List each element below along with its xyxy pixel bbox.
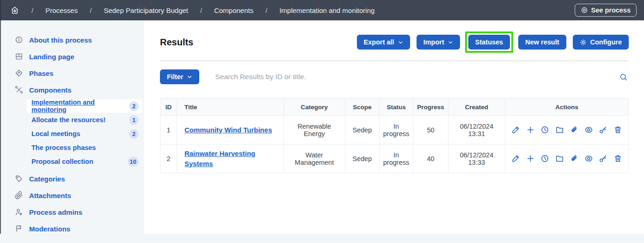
sidebar-item-process-admins[interactable]: Process admins	[1, 204, 144, 220]
filter-button[interactable]: Filter	[160, 69, 199, 84]
sidebar-item-label: Process admins	[29, 208, 82, 216]
new-result-label: New result	[525, 38, 559, 46]
sidebar-item-categories[interactable]: Categories	[1, 170, 144, 187]
sidebar-item-moderations[interactable]: Moderations	[1, 220, 144, 237]
header-title: Title	[177, 99, 283, 116]
statuses-label: Statuses	[475, 38, 503, 46]
sidebar-item-label: Moderations	[29, 225, 70, 233]
filter-label: Filter	[167, 73, 183, 81]
sidebar-item-label: Landing page	[29, 53, 74, 61]
sidebar-component-local-meetings[interactable]: Local meetings 2	[27, 127, 142, 141]
permissions-key-icon[interactable]	[599, 125, 607, 134]
statuses-highlight: Statuses	[465, 31, 513, 53]
count-badge: 2	[129, 101, 139, 111]
table-row: 1 Community Wind Turbines Renewable Ener…	[160, 116, 629, 144]
cell-scope: Sedep	[345, 116, 380, 144]
delete-icon[interactable]	[613, 125, 622, 134]
attachment-icon[interactable]	[570, 125, 578, 134]
sidebar-component-process-phases[interactable]: The process phases	[27, 141, 142, 155]
export-all-label: Export all	[364, 38, 394, 46]
component-label: The process phases	[31, 144, 96, 151]
new-result-button[interactable]: New result	[518, 35, 566, 50]
export-all-button[interactable]: Export all	[357, 35, 410, 50]
preview-circle-icon	[581, 6, 588, 14]
paperclip-icon	[15, 191, 23, 199]
sidebar-component-implementation[interactable]: Implementation and monitoring 2	[27, 99, 142, 113]
header-progress: Progress	[413, 99, 448, 116]
search-icon[interactable]	[618, 72, 629, 82]
cell-status: In progress	[379, 116, 413, 144]
result-title-link[interactable]: Community Wind Turbines	[184, 126, 272, 134]
breadcrumb-process-name[interactable]: Sedep Participatory Budget	[104, 6, 188, 14]
page-title: Results	[160, 37, 193, 48]
sidebar-item-about[interactable]: About this process	[1, 31, 144, 48]
info-icon	[15, 36, 23, 44]
search-input[interactable]	[215, 73, 618, 81]
toolbar: Export all Import Statuses	[357, 31, 629, 53]
sidebar-item-phases[interactable]: Phases	[1, 65, 144, 81]
sidebar: About this process Landing page Phases	[0, 20, 144, 234]
chevron-down-icon	[398, 40, 403, 45]
folder-icon[interactable]	[555, 125, 564, 134]
breadcrumb-current-component[interactable]: Implementation and monitoring	[279, 6, 374, 14]
result-title-link[interactable]: Rainwater Harvesting Systems	[184, 150, 255, 168]
statuses-button[interactable]: Statuses	[468, 35, 510, 50]
history-icon[interactable]	[540, 154, 549, 163]
attachment-icon[interactable]	[570, 154, 578, 163]
sidebar-item-label: Phases	[29, 69, 54, 77]
preview-icon[interactable]	[584, 154, 593, 163]
count-badge: 1	[129, 115, 139, 125]
flag-icon	[15, 224, 23, 233]
component-label: Local meetings	[31, 130, 80, 137]
header-divider	[160, 61, 629, 61]
cell-category: Water Management	[283, 144, 345, 173]
cell-created: 06/12/2024 13:31	[448, 116, 505, 144]
count-badge: 2	[129, 129, 139, 139]
add-icon[interactable]	[526, 154, 535, 163]
breadcrumb-components[interactable]: Components	[214, 6, 253, 14]
topbar: / Processes / Sedep Participatory Budget…	[0, 0, 644, 20]
edit-icon[interactable]	[511, 125, 520, 134]
configure-label: Configure	[590, 38, 622, 46]
cell-scope: Sedep	[345, 144, 380, 173]
home-icon[interactable]	[10, 6, 19, 15]
sidebar-item-label: Attachments	[29, 192, 71, 199]
breadcrumb-processes[interactable]: Processes	[45, 6, 78, 14]
row-actions	[509, 125, 625, 134]
cell-category: Renewable Energy	[283, 116, 345, 144]
sidebar-item-landing-page[interactable]: Landing page	[1, 48, 144, 65]
component-label: Allocate the resources!	[31, 116, 105, 124]
configure-button[interactable]: Configure	[573, 35, 629, 50]
components-sub-list: Implementation and monitoring 2 Allocate…	[1, 98, 144, 170]
cell-progress: 40	[413, 144, 448, 173]
folder-icon[interactable]	[555, 154, 564, 163]
import-label: Import	[423, 38, 444, 46]
main-content: Results Export all Import St	[144, 20, 644, 234]
phases-icon	[15, 69, 23, 77]
sidebar-item-attachments[interactable]: Attachments	[1, 187, 144, 204]
delete-icon[interactable]	[613, 154, 622, 163]
cell-id: 1	[160, 116, 177, 144]
breadcrumb: / Processes / Sedep Participatory Budget…	[10, 6, 374, 15]
see-process-button[interactable]: See process	[575, 4, 637, 17]
sidebar-item-label: Categories	[29, 175, 65, 183]
breadcrumb-separator: /	[90, 6, 92, 14]
header-category: Category	[283, 99, 345, 116]
history-icon[interactable]	[540, 125, 549, 134]
edit-icon[interactable]	[511, 154, 520, 163]
breadcrumb-separator: /	[265, 6, 267, 14]
preview-icon[interactable]	[584, 125, 593, 134]
sidebar-component-allocate[interactable]: Allocate the resources! 1	[27, 113, 142, 127]
cell-id: 2	[160, 144, 177, 173]
permissions-key-icon[interactable]	[599, 154, 607, 163]
sidebar-item-components[interactable]: Components	[1, 81, 144, 98]
sidebar-component-proposal-collection[interactable]: Proposal collection 10	[27, 155, 142, 168]
count-badge: 10	[128, 157, 139, 167]
import-button[interactable]: Import	[417, 35, 460, 50]
see-process-label: See process	[591, 6, 631, 14]
breadcrumb-separator: /	[200, 6, 202, 14]
cell-status: In progress	[379, 144, 413, 173]
add-icon[interactable]	[526, 125, 535, 134]
sidebar-item-label: Components	[29, 86, 72, 94]
cell-created: 06/12/2024 13:33	[448, 144, 505, 173]
